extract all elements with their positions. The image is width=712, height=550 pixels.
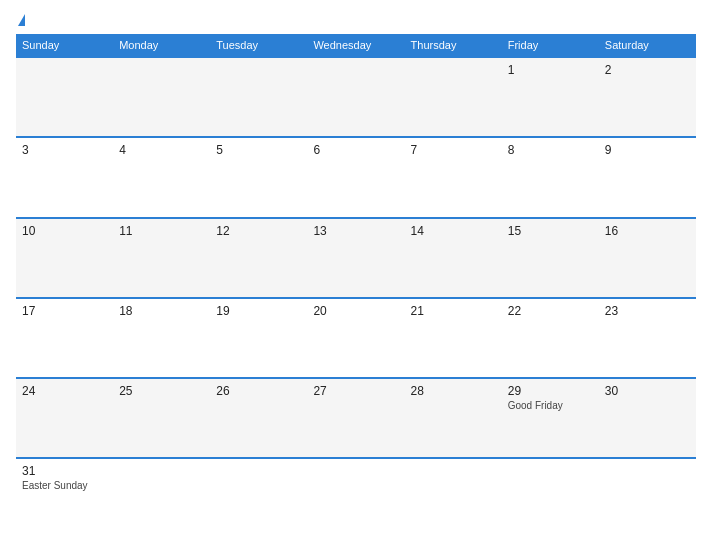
calendar-day-cell: 8	[502, 137, 599, 217]
day-number: 29	[508, 384, 593, 398]
day-number: 2	[605, 63, 690, 77]
calendar-day-cell: 25	[113, 378, 210, 458]
calendar-day-cell: 6	[307, 137, 404, 217]
calendar-day-cell: 3	[16, 137, 113, 217]
calendar-header-row: SundayMondayTuesdayWednesdayThursdayFrid…	[16, 34, 696, 57]
day-number: 20	[313, 304, 398, 318]
calendar-day-cell	[405, 458, 502, 538]
calendar-day-cell: 31Easter Sunday	[16, 458, 113, 538]
calendar-day-cell: 1	[502, 57, 599, 137]
calendar-week-row: 10111213141516	[16, 218, 696, 298]
day-number: 21	[411, 304, 496, 318]
calendar-day-cell: 24	[16, 378, 113, 458]
calendar-body: 1234567891011121314151617181920212223242…	[16, 57, 696, 538]
calendar-day-cell: 11	[113, 218, 210, 298]
day-number: 8	[508, 143, 593, 157]
calendar-day-cell: 13	[307, 218, 404, 298]
calendar-day-cell	[405, 57, 502, 137]
day-number: 16	[605, 224, 690, 238]
header-day-wednesday: Wednesday	[307, 34, 404, 57]
day-number: 28	[411, 384, 496, 398]
calendar-day-cell: 22	[502, 298, 599, 378]
day-number: 12	[216, 224, 301, 238]
day-event: Easter Sunday	[22, 480, 107, 491]
day-number: 30	[605, 384, 690, 398]
calendar-day-cell: 16	[599, 218, 696, 298]
calendar-day-cell: 17	[16, 298, 113, 378]
day-number: 15	[508, 224, 593, 238]
day-number: 4	[119, 143, 204, 157]
calendar-day-cell: 19	[210, 298, 307, 378]
calendar-day-cell: 30	[599, 378, 696, 458]
calendar-day-cell	[210, 458, 307, 538]
calendar-week-row: 17181920212223	[16, 298, 696, 378]
header-day-thursday: Thursday	[405, 34, 502, 57]
day-number: 25	[119, 384, 204, 398]
header-day-monday: Monday	[113, 34, 210, 57]
header-day-friday: Friday	[502, 34, 599, 57]
day-number: 17	[22, 304, 107, 318]
days-of-week-row: SundayMondayTuesdayWednesdayThursdayFrid…	[16, 34, 696, 57]
day-number: 26	[216, 384, 301, 398]
header-day-tuesday: Tuesday	[210, 34, 307, 57]
day-number: 18	[119, 304, 204, 318]
logo	[16, 12, 25, 26]
calendar-table: SundayMondayTuesdayWednesdayThursdayFrid…	[16, 34, 696, 538]
day-number: 31	[22, 464, 107, 478]
day-number: 23	[605, 304, 690, 318]
day-number: 27	[313, 384, 398, 398]
day-number: 14	[411, 224, 496, 238]
calendar-day-cell	[502, 458, 599, 538]
day-number: 3	[22, 143, 107, 157]
calendar-week-row: 3456789	[16, 137, 696, 217]
calendar-header	[16, 12, 696, 26]
calendar-day-cell	[307, 458, 404, 538]
day-number: 11	[119, 224, 204, 238]
day-number: 10	[22, 224, 107, 238]
day-number: 6	[313, 143, 398, 157]
day-number: 7	[411, 143, 496, 157]
calendar-day-cell: 29Good Friday	[502, 378, 599, 458]
calendar-day-cell: 5	[210, 137, 307, 217]
calendar-week-row: 31Easter Sunday	[16, 458, 696, 538]
header-day-sunday: Sunday	[16, 34, 113, 57]
calendar-day-cell	[210, 57, 307, 137]
calendar-day-cell	[16, 57, 113, 137]
logo-triangle-icon	[18, 14, 25, 26]
calendar-day-cell: 28	[405, 378, 502, 458]
logo-general-text	[16, 12, 25, 26]
calendar-day-cell	[599, 458, 696, 538]
calendar-day-cell	[307, 57, 404, 137]
day-number: 19	[216, 304, 301, 318]
calendar-day-cell: 14	[405, 218, 502, 298]
calendar-day-cell: 10	[16, 218, 113, 298]
calendar-day-cell: 9	[599, 137, 696, 217]
calendar-day-cell: 18	[113, 298, 210, 378]
day-number: 1	[508, 63, 593, 77]
calendar-day-cell: 12	[210, 218, 307, 298]
calendar-day-cell: 21	[405, 298, 502, 378]
calendar-day-cell: 4	[113, 137, 210, 217]
day-number: 5	[216, 143, 301, 157]
day-number: 24	[22, 384, 107, 398]
calendar-day-cell: 23	[599, 298, 696, 378]
calendar-day-cell: 2	[599, 57, 696, 137]
day-number: 9	[605, 143, 690, 157]
calendar-day-cell	[113, 458, 210, 538]
calendar-day-cell: 26	[210, 378, 307, 458]
calendar-day-cell: 15	[502, 218, 599, 298]
day-number: 22	[508, 304, 593, 318]
calendar-week-row: 12	[16, 57, 696, 137]
day-event: Good Friday	[508, 400, 593, 411]
day-number: 13	[313, 224, 398, 238]
calendar-day-cell	[113, 57, 210, 137]
calendar-day-cell: 20	[307, 298, 404, 378]
calendar-week-row: 242526272829Good Friday30	[16, 378, 696, 458]
calendar-day-cell: 7	[405, 137, 502, 217]
header-day-saturday: Saturday	[599, 34, 696, 57]
calendar-day-cell: 27	[307, 378, 404, 458]
